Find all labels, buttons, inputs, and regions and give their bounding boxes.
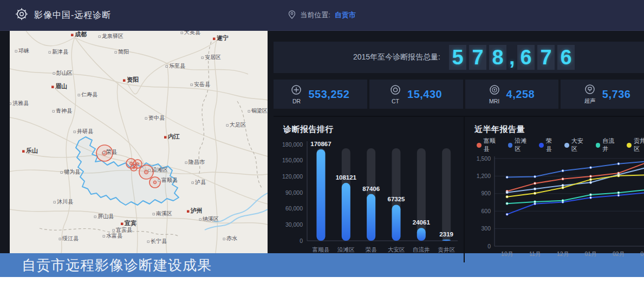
region-map[interactable]: 成都龙泉驿区邛崃新津县简阳大英县遂宁安居区乐至县彭山区资阳眉山仁寿县安岳县洪雅县…: [10, 31, 268, 253]
svg-text:安居区: 安居区: [205, 54, 221, 60]
svg-text:自流井: 自流井: [413, 246, 430, 253]
svg-text:简阳: 简阳: [118, 49, 129, 55]
legend-item[interactable]: 富顺县: [477, 137, 501, 153]
svg-text:绥江县: 绥江县: [62, 235, 79, 241]
svg-text:108121: 108121: [336, 174, 357, 181]
svg-text:泸州: 泸州: [190, 207, 203, 214]
app-title: 影像中国-远程诊断: [34, 10, 111, 21]
counter-digit: 7: [469, 45, 486, 70]
location-pin-icon: [288, 10, 296, 21]
svg-text:安岳县: 安岳县: [194, 81, 211, 87]
svg-text:纳溪区: 纳溪区: [203, 216, 219, 222]
svg-text:67325: 67325: [387, 196, 405, 202]
svg-text:12月: 12月: [557, 251, 569, 257]
svg-text:龙泉驿区: 龙泉驿区: [102, 33, 123, 39]
svg-text:荣县: 荣县: [366, 246, 378, 253]
dashboard-page: 影像中国-远程诊断 当前位置: 自贡市: [0, 0, 644, 277]
stats-panel: 2015年至今诊断报告总量: 578,676 DR 553,252: [268, 31, 644, 253]
svg-text:长宁县: 长宁县: [151, 238, 167, 244]
svg-text:乐山: 乐山: [25, 147, 38, 154]
svg-text:井研县: 井研县: [77, 128, 94, 134]
svg-text:01月: 01月: [584, 251, 596, 257]
map-place-labels: 成都龙泉驿区邛崃新津县简阳大英县遂宁安居区乐至县彭山区资阳眉山仁寿县安岳县洪雅县…: [10, 31, 268, 244]
line-chart-title: 近半年报告量: [470, 124, 644, 135]
map-panel: 成都龙泉驿区邛崃新津县简阳大英县遂宁安居区乐至县彭山区资阳眉山仁寿县安岳县洪雅县…: [0, 31, 268, 253]
counter-digit: 7: [537, 45, 555, 70]
svg-text:30,000: 30,000: [285, 221, 303, 228]
svg-text:900: 900: [481, 190, 491, 196]
svg-text:内江: 内江: [168, 133, 180, 140]
legend-dot-icon: [596, 143, 601, 148]
total-reports-panel: 2015年至今诊断报告总量: 578,676: [274, 42, 644, 73]
svg-text:资中县: 资中县: [148, 115, 165, 121]
svg-text:南溪区: 南溪区: [156, 210, 172, 216]
svg-text:大足区: 大足区: [230, 122, 246, 128]
ultrasound-device-icon: [584, 84, 595, 97]
legend-label: 大安区: [571, 137, 589, 153]
location-value-link[interactable]: 自贡市: [335, 10, 356, 20]
svg-text:60,000: 60,000: [285, 205, 303, 212]
svg-text:1,200: 1,200: [477, 173, 491, 179]
svg-text:水富县: 水富县: [106, 233, 123, 239]
stat-card-mri: MRI 4,258: [465, 80, 559, 109]
stat-card-dr: DR 553,252: [274, 80, 367, 109]
counter-digit: 5: [449, 45, 466, 70]
stat-label: MRI: [489, 98, 499, 104]
svg-text:青神县: 青神县: [56, 108, 73, 114]
legend-item[interactable]: 自流井: [596, 137, 620, 153]
legend-label: 荣县: [546, 137, 557, 153]
svg-text:宜宾县: 宜宾县: [116, 227, 133, 233]
svg-text:洪雅县: 洪雅县: [12, 100, 29, 106]
bar-chart-title: 诊断报告排行: [279, 124, 460, 135]
svg-text:2319: 2319: [439, 231, 453, 238]
svg-text:02月: 02月: [613, 251, 625, 257]
svg-text:宜宾: 宜宾: [124, 220, 136, 227]
counter-separator: ,: [509, 46, 515, 69]
svg-text:富顺县: 富顺县: [161, 177, 178, 183]
svg-text:眉山: 眉山: [55, 83, 67, 89]
stat-value: 553,252: [308, 88, 349, 101]
svg-text:150,000: 150,000: [282, 157, 303, 163]
ct-device-icon: [390, 84, 401, 97]
half-year-reports-line-chart: 03006009001,2001,50010月11月12月01月02月03月: [470, 153, 644, 260]
location-label: 当前位置:: [300, 10, 330, 20]
svg-text:仁寿县: 仁寿县: [81, 91, 98, 97]
legend-label: 富顺县: [484, 137, 501, 153]
stat-value: 4,258: [506, 88, 535, 101]
legend-label: 沿滩区: [515, 137, 532, 153]
svg-text:沿滩区: 沿滩区: [152, 167, 168, 173]
counter-digit: 6: [557, 45, 575, 70]
svg-text:沿滩区: 沿滩区: [337, 246, 355, 253]
counter-digit: 6: [517, 45, 535, 70]
app-header: 影像中国-远程诊断 当前位置: 自贡市: [0, 0, 644, 31]
svg-text:铜梁区: 铜梁区: [251, 108, 268, 114]
svg-text:成都: 成都: [74, 31, 87, 37]
svg-text:赤水: 赤水: [226, 235, 237, 241]
stat-value: 5,736: [602, 88, 631, 101]
line-chart-section: 近半年报告量 富顺县沿滩区荣县大安区自流井贡井区 03006009001,200…: [464, 117, 644, 262]
legend-dot-icon: [539, 143, 544, 148]
svg-text:彭山区: 彭山区: [56, 70, 73, 76]
line-chart-legend: 富顺县沿滩区荣县大安区自流井贡井区: [470, 137, 644, 153]
map-rivers: [205, 193, 268, 230]
total-reports-label: 2015年至今诊断报告总量:: [353, 52, 440, 62]
svg-text:03月: 03月: [640, 251, 644, 257]
svg-text:0: 0: [487, 243, 491, 249]
legend-item[interactable]: 沿滩区: [508, 137, 532, 153]
counter-digit: 8: [489, 45, 506, 70]
svg-text:沐川县: 沐川县: [57, 199, 74, 205]
svg-text:贡井区: 贡井区: [438, 246, 455, 253]
stat-card-ct: CT 15,430: [369, 80, 463, 109]
legend-dot-icon: [508, 143, 513, 148]
svg-text:大英县: 大英县: [184, 31, 201, 35]
svg-text:遂宁: 遂宁: [216, 35, 229, 41]
svg-text:0: 0: [300, 238, 303, 244]
legend-dot-icon: [564, 143, 569, 148]
legend-item[interactable]: 贡井区: [627, 137, 644, 153]
legend-item[interactable]: 荣县: [539, 137, 557, 153]
bar-chart-section: 诊断报告排行 030,00060,00090,000120,000150,000…: [274, 117, 464, 262]
legend-label: 自流井: [602, 137, 620, 153]
mri-device-icon: [489, 84, 500, 97]
legend-item[interactable]: 大安区: [564, 137, 589, 153]
app-logo-icon: [15, 8, 28, 23]
